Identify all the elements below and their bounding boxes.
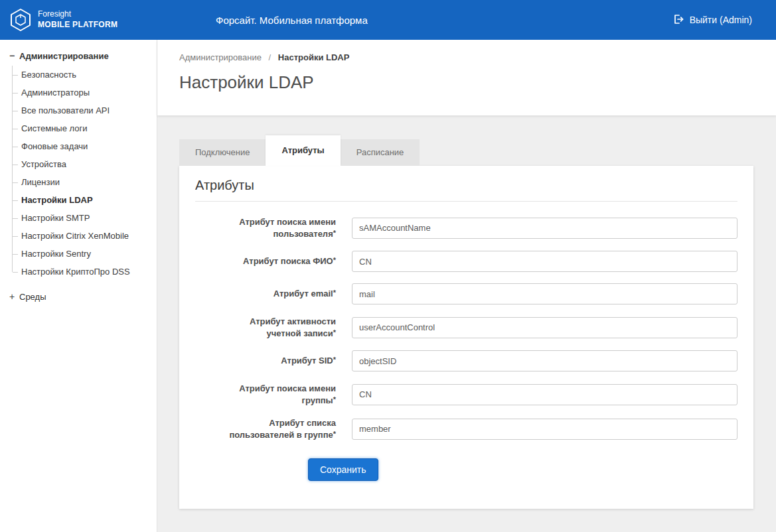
sidebar-item-api-users[interactable]: Все пользователи API [13,101,157,119]
sidebar-item-devices[interactable]: Устройства [13,155,157,173]
email-attr-label: Атрибут email* [215,288,336,300]
app-root: Foresight MOBILE PLATFORM Форсайт. Мобил… [0,0,776,532]
group-members-attr-label: Атрибут списка пользователей в группе* [215,417,336,440]
form-row: Атрибут поиска имени пользователя* [215,216,737,239]
group-name-attr-input[interactable] [352,384,737,405]
sidebar-item-sentry-settings[interactable]: Настройки Sentry [13,245,157,263]
sid-attr-input[interactable] [352,350,737,371]
breadcrumb-current: Настройки LDAP [278,52,350,62]
sidebar-item-ldap-settings[interactable]: Настройки LDAP [13,191,157,209]
save-button[interactable]: Сохранить [308,458,378,481]
form-row: Атрибут поиска ФИО* [215,251,737,272]
topbar: Foresight MOBILE PLATFORM Форсайт. Мобил… [0,0,776,40]
sidebar-item-system-logs[interactable]: Системные логи [13,119,157,137]
required-marker: * [333,395,336,403]
form-row: Атрибут списка пользователей в группе* [215,417,737,440]
required-marker: * [333,430,336,438]
form-row: Атрибут SID* [215,350,737,371]
account-active-attr-label: Атрибут активности учетной записи* [215,316,336,339]
sidebar-item-cryptopro-dss-settings[interactable]: Настройки КриптоПро DSS [13,263,157,281]
logo-line-2: MOBILE PLATFORM [38,20,117,31]
sidebar-item-administrators[interactable]: Администраторы [13,84,157,101]
breadcrumb-administration[interactable]: Администрирование [179,52,262,62]
fullname-attr-label: Атрибут поиска ФИО* [215,255,336,267]
email-attr-input[interactable] [352,283,737,304]
logo-text: Foresight MOBILE PLATFORM [38,9,117,30]
tab-schedule[interactable]: Расписание [341,139,420,166]
collapse-icon[interactable]: − [8,50,16,61]
ldap-attributes-form: Атрибут поиска имени пользователя* Атриб… [195,216,737,481]
logo-line-1: Foresight [38,9,117,20]
sidebar-item-licenses[interactable]: Лицензии [13,173,157,191]
breadcrumb: Администрирование / Настройки LDAP [179,52,776,62]
logout-icon [672,13,684,27]
app-title: Форсайт. Мобильная платформа [216,15,368,26]
required-marker: * [333,328,336,336]
form-row: Атрибут поиска имени группы* [215,383,737,406]
tab-bar: Подключение Атрибуты Расписание [179,135,776,166]
page-body: Подключение Атрибуты Расписание Атрибуты… [157,115,776,509]
account-active-attr-input[interactable] [352,317,737,338]
required-marker: * [333,229,336,237]
logout-button[interactable]: Выйти (Admin) [672,13,776,27]
tab-attributes[interactable]: Атрибуты [266,135,340,166]
app-logo: Foresight MOBILE PLATFORM [0,7,117,33]
sidebar-item-security[interactable]: Безопасность [13,66,157,84]
sidebar-item-smtp-settings[interactable]: Настройки SMTP [13,209,157,227]
sidebar-group-administration-label: Администрирование [19,51,109,61]
sidebar-group-administration[interactable]: − Администрирование [5,48,157,64]
page-title: Настройки LDAP [179,72,776,92]
attributes-card: Атрибуты Атрибут поиска имени пользовате… [179,166,753,509]
sidebar: − Администрирование Безопасность Админис… [0,40,157,532]
group-name-attr-label: Атрибут поиска имени группы* [215,383,336,406]
fullname-attr-input[interactable] [352,251,737,272]
breadcrumb-separator: / [269,52,272,62]
username-attr-input[interactable] [352,218,737,239]
form-row: Атрибут активности учетной записи* [215,316,737,339]
sid-attr-label: Атрибут SID* [215,355,336,367]
form-row: Атрибут email* [215,283,737,304]
sidebar-group-environments-label: Среды [19,292,46,302]
main-content: Администрирование / Настройки LDAP Настр… [157,40,776,532]
hexagon-logo-icon [9,7,32,33]
page-header: Администрирование / Настройки LDAP Настр… [157,40,776,115]
expand-icon[interactable]: + [8,291,16,302]
logout-label: Выйти (Admin) [690,15,752,25]
sidebar-group-environments[interactable]: + Среды [5,289,157,304]
card-title: Атрибуты [195,178,737,202]
sidebar-item-citrix-xenmobile-settings[interactable]: Настройки Citrix XenMobile [13,227,157,245]
tab-connection[interactable]: Подключение [179,139,266,166]
username-attr-label: Атрибут поиска имени пользователя* [215,216,336,239]
group-members-attr-input[interactable] [352,419,737,440]
required-marker: * [333,356,336,364]
required-marker: * [333,289,336,297]
sidebar-tree: Безопасность Администраторы Все пользова… [12,66,157,281]
sidebar-item-background-tasks[interactable]: Фоновые задачи [13,137,157,155]
required-marker: * [333,256,336,264]
